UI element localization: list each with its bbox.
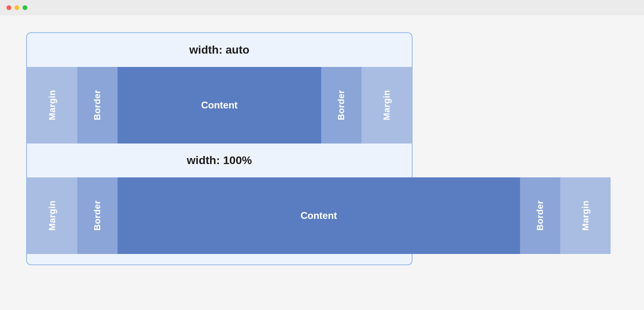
heading-width-100: width: 100%	[27, 144, 412, 177]
border-right-cell: Border	[321, 67, 361, 144]
row-width-auto: Margin Border Content Border Margin	[27, 67, 412, 144]
border-right-cell: Border	[520, 177, 560, 254]
border-label: Border	[92, 200, 103, 231]
content-cell: Content	[118, 67, 321, 144]
content-label: Content	[301, 210, 337, 221]
margin-right-cell: Margin	[361, 67, 412, 144]
margin-label: Margin	[382, 90, 392, 120]
diagram-container: width: auto Margin Border Content Border…	[26, 32, 413, 265]
maximize-icon[interactable]	[23, 5, 27, 10]
heading-width-auto: width: auto	[27, 33, 412, 67]
minimize-icon[interactable]	[14, 5, 19, 10]
margin-label: Margin	[47, 200, 58, 231]
border-label: Border	[535, 200, 545, 231]
window-chrome	[0, 0, 644, 15]
border-label: Border	[336, 90, 347, 120]
border-left-cell: Border	[77, 67, 118, 144]
border-label: Border	[92, 90, 103, 120]
traffic-lights	[6, 5, 27, 10]
row-width-100: Margin Border Content Border Margin	[27, 177, 611, 254]
margin-left-cell: Margin	[27, 177, 77, 254]
border-left-cell: Border	[77, 177, 118, 254]
content-label: Content	[201, 100, 238, 111]
close-icon[interactable]	[6, 5, 11, 10]
margin-label: Margin	[47, 90, 58, 120]
margin-left-cell: Margin	[27, 67, 77, 144]
margin-right-cell: Margin	[560, 177, 611, 254]
canvas: width: auto Margin Border Content Border…	[0, 15, 644, 265]
margin-label: Margin	[580, 200, 591, 231]
overflow-wrap: Margin Border Content Border Margin	[27, 177, 413, 254]
content-cell: Content	[118, 177, 520, 254]
